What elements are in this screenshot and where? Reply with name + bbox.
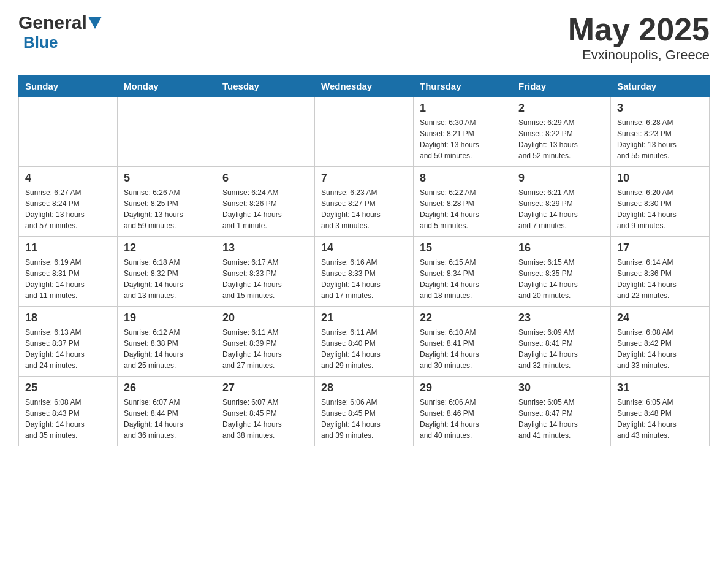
calendar-week-row: 18Sunrise: 6:13 AMSunset: 8:37 PMDayligh… <box>19 307 710 377</box>
calendar-cell: 5Sunrise: 6:26 AMSunset: 8:25 PMDaylight… <box>118 167 216 237</box>
day-info: Sunrise: 6:05 AMSunset: 8:48 PMDaylight:… <box>617 397 703 441</box>
day-number: 21 <box>321 312 407 324</box>
calendar-cell: 9Sunrise: 6:21 AMSunset: 8:29 PMDaylight… <box>512 167 611 237</box>
day-info: Sunrise: 6:05 AMSunset: 8:47 PMDaylight:… <box>518 397 604 441</box>
calendar-cell: 8Sunrise: 6:22 AMSunset: 8:28 PMDaylight… <box>414 167 512 237</box>
day-info: Sunrise: 6:11 AMSunset: 8:40 PMDaylight:… <box>321 327 407 371</box>
day-info: Sunrise: 6:16 AMSunset: 8:33 PMDaylight:… <box>321 257 407 301</box>
calendar-cell: 3Sunrise: 6:28 AMSunset: 8:23 PMDaylight… <box>611 97 710 167</box>
day-info: Sunrise: 6:29 AMSunset: 8:22 PMDaylight:… <box>518 117 604 161</box>
day-number: 22 <box>420 312 506 324</box>
calendar-cell: 17Sunrise: 6:14 AMSunset: 8:36 PMDayligh… <box>611 237 710 307</box>
day-info: Sunrise: 6:15 AMSunset: 8:35 PMDaylight:… <box>518 257 604 301</box>
logo-triangle-icon <box>88 17 102 30</box>
calendar-cell: 15Sunrise: 6:15 AMSunset: 8:34 PMDayligh… <box>414 237 512 307</box>
day-number: 11 <box>25 242 111 255</box>
calendar-cell: 10Sunrise: 6:20 AMSunset: 8:30 PMDayligh… <box>611 167 710 237</box>
location-text: Evxinoupolis, Greece <box>568 47 710 63</box>
calendar-cell: 6Sunrise: 6:24 AMSunset: 8:26 PMDaylight… <box>216 167 315 237</box>
calendar-cell: 19Sunrise: 6:12 AMSunset: 8:38 PMDayligh… <box>118 307 216 377</box>
calendar-cell: 18Sunrise: 6:13 AMSunset: 8:37 PMDayligh… <box>19 307 118 377</box>
calendar-week-row: 1Sunrise: 6:30 AMSunset: 8:21 PMDaylight… <box>19 97 710 167</box>
day-number: 14 <box>321 242 407 255</box>
day-info: Sunrise: 6:07 AMSunset: 8:44 PMDaylight:… <box>124 397 210 441</box>
day-info: Sunrise: 6:08 AMSunset: 8:43 PMDaylight:… <box>25 397 111 441</box>
day-info: Sunrise: 6:17 AMSunset: 8:33 PMDaylight:… <box>222 257 308 301</box>
calendar-cell <box>315 97 414 167</box>
weekday-header-row: SundayMondayTuesdayWednesdayThursdayFrid… <box>19 76 710 97</box>
calendar-cell: 20Sunrise: 6:11 AMSunset: 8:39 PMDayligh… <box>216 307 315 377</box>
day-number: 7 <box>321 172 407 185</box>
day-number: 12 <box>124 242 210 255</box>
svg-marker-0 <box>88 17 102 29</box>
weekday-header-monday: Monday <box>118 76 216 97</box>
day-info: Sunrise: 6:26 AMSunset: 8:25 PMDaylight:… <box>124 187 210 231</box>
day-number: 29 <box>420 381 506 394</box>
day-number: 23 <box>518 312 604 324</box>
calendar-cell: 30Sunrise: 6:05 AMSunset: 8:47 PMDayligh… <box>512 377 611 446</box>
day-number: 5 <box>124 172 210 185</box>
day-info: Sunrise: 6:19 AMSunset: 8:31 PMDaylight:… <box>25 257 111 301</box>
calendar-cell: 24Sunrise: 6:08 AMSunset: 8:42 PMDayligh… <box>611 307 710 377</box>
day-info: Sunrise: 6:07 AMSunset: 8:45 PMDaylight:… <box>222 397 308 441</box>
day-info: Sunrise: 6:30 AMSunset: 8:21 PMDaylight:… <box>420 117 506 161</box>
logo-general-text: General <box>18 12 87 33</box>
day-number: 16 <box>518 242 604 255</box>
calendar-cell: 21Sunrise: 6:11 AMSunset: 8:40 PMDayligh… <box>315 307 414 377</box>
day-number: 28 <box>321 381 407 394</box>
day-number: 4 <box>25 172 111 185</box>
weekday-header-saturday: Saturday <box>611 76 710 97</box>
day-info: Sunrise: 6:08 AMSunset: 8:42 PMDaylight:… <box>617 327 703 371</box>
day-number: 13 <box>222 242 308 255</box>
day-number: 2 <box>518 102 604 115</box>
month-year-title: May 2025 <box>568 12 710 47</box>
day-number: 10 <box>617 172 703 185</box>
weekday-header-friday: Friday <box>512 76 611 97</box>
calendar-cell <box>19 97 118 167</box>
day-info: Sunrise: 6:23 AMSunset: 8:27 PMDaylight:… <box>321 187 407 231</box>
calendar-cell: 7Sunrise: 6:23 AMSunset: 8:27 PMDaylight… <box>315 167 414 237</box>
calendar-cell: 23Sunrise: 6:09 AMSunset: 8:41 PMDayligh… <box>512 307 611 377</box>
day-info: Sunrise: 6:20 AMSunset: 8:30 PMDaylight:… <box>617 187 703 231</box>
calendar-cell: 22Sunrise: 6:10 AMSunset: 8:41 PMDayligh… <box>414 307 512 377</box>
calendar-cell: 27Sunrise: 6:07 AMSunset: 8:45 PMDayligh… <box>216 377 315 446</box>
calendar-week-row: 4Sunrise: 6:27 AMSunset: 8:24 PMDaylight… <box>19 167 710 237</box>
day-number: 9 <box>518 172 604 185</box>
calendar-week-row: 25Sunrise: 6:08 AMSunset: 8:43 PMDayligh… <box>19 377 710 446</box>
day-info: Sunrise: 6:28 AMSunset: 8:23 PMDaylight:… <box>617 117 703 161</box>
title-section: May 2025 Evxinoupolis, Greece <box>568 12 710 63</box>
day-info: Sunrise: 6:14 AMSunset: 8:36 PMDaylight:… <box>617 257 703 301</box>
day-number: 6 <box>222 172 308 185</box>
day-number: 19 <box>124 312 210 324</box>
day-info: Sunrise: 6:15 AMSunset: 8:34 PMDaylight:… <box>420 257 506 301</box>
day-info: Sunrise: 6:18 AMSunset: 8:32 PMDaylight:… <box>124 257 210 301</box>
calendar-cell: 14Sunrise: 6:16 AMSunset: 8:33 PMDayligh… <box>315 237 414 307</box>
day-number: 31 <box>617 381 703 394</box>
calendar-cell: 31Sunrise: 6:05 AMSunset: 8:48 PMDayligh… <box>611 377 710 446</box>
page-header: General Blue May 2025 Evxinoupolis, Gree… <box>18 12 710 63</box>
day-number: 15 <box>420 242 506 255</box>
calendar-week-row: 11Sunrise: 6:19 AMSunset: 8:31 PMDayligh… <box>19 237 710 307</box>
day-number: 24 <box>617 312 703 324</box>
weekday-header-thursday: Thursday <box>414 76 512 97</box>
day-info: Sunrise: 6:11 AMSunset: 8:39 PMDaylight:… <box>222 327 308 371</box>
day-info: Sunrise: 6:09 AMSunset: 8:41 PMDaylight:… <box>518 327 604 371</box>
calendar-cell: 11Sunrise: 6:19 AMSunset: 8:31 PMDayligh… <box>19 237 118 307</box>
day-number: 3 <box>617 102 703 115</box>
day-info: Sunrise: 6:27 AMSunset: 8:24 PMDaylight:… <box>25 187 111 231</box>
day-number: 17 <box>617 242 703 255</box>
day-number: 18 <box>25 312 111 324</box>
calendar-cell: 4Sunrise: 6:27 AMSunset: 8:24 PMDaylight… <box>19 167 118 237</box>
calendar-cell <box>118 97 216 167</box>
day-number: 26 <box>124 381 210 394</box>
calendar-cell: 25Sunrise: 6:08 AMSunset: 8:43 PMDayligh… <box>19 377 118 446</box>
day-info: Sunrise: 6:24 AMSunset: 8:26 PMDaylight:… <box>222 187 308 231</box>
calendar-cell: 29Sunrise: 6:06 AMSunset: 8:46 PMDayligh… <box>414 377 512 446</box>
day-number: 8 <box>420 172 506 185</box>
day-number: 25 <box>25 381 111 394</box>
day-number: 1 <box>420 102 506 115</box>
day-info: Sunrise: 6:22 AMSunset: 8:28 PMDaylight:… <box>420 187 506 231</box>
calendar-cell: 28Sunrise: 6:06 AMSunset: 8:45 PMDayligh… <box>315 377 414 446</box>
logo: General Blue <box>18 12 102 52</box>
weekday-header-tuesday: Tuesday <box>216 76 315 97</box>
